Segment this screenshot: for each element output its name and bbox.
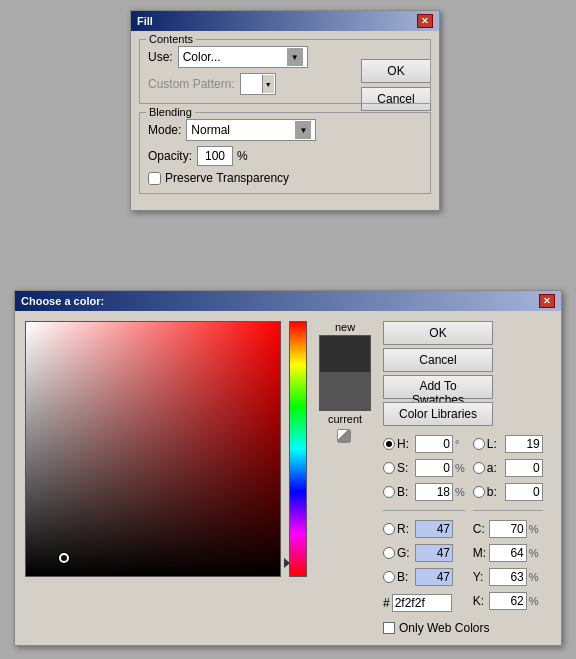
contents-group: Contents Use: Color... ▼ Custom Pattern:… — [139, 39, 431, 104]
k-label: K: — [473, 594, 487, 608]
c-unit: % — [529, 523, 539, 535]
m-input[interactable] — [489, 544, 527, 562]
mode-dropdown-arrow: ▼ — [295, 121, 311, 139]
preserve-transparency-row: Preserve Transparency — [148, 171, 422, 185]
hex-input[interactable] — [392, 594, 452, 612]
spectrum-arrow — [284, 558, 290, 568]
blue-label: B: — [397, 570, 413, 584]
only-web-colors-label: Only Web Colors — [399, 621, 489, 635]
green-row: G: — [383, 543, 465, 563]
l-input[interactable] — [505, 435, 543, 453]
use-dropdown-arrow: ▼ — [287, 48, 303, 66]
sat-input[interactable] — [415, 459, 453, 477]
custom-pattern-row: Custom Pattern: ▼ — [148, 73, 422, 95]
color-ok-button[interactable]: OK — [383, 321, 493, 345]
c-input[interactable] — [489, 520, 527, 538]
new-label: new — [335, 321, 355, 333]
b3-row: b: — [473, 482, 543, 502]
fill-title: Fill — [137, 15, 153, 27]
sat-radio[interactable] — [383, 462, 395, 474]
y-row: Y: % — [473, 567, 543, 587]
color-close-button[interactable]: ✕ — [539, 294, 555, 308]
custom-pattern-swatch[interactable]: ▼ — [240, 73, 276, 95]
mode-value: Normal — [191, 123, 230, 137]
color-dialog-body: new current OK Cancel Add To Swatches Co… — [15, 311, 561, 645]
red-row: R: — [383, 519, 465, 539]
color-libraries-button[interactable]: Color Libraries — [383, 402, 493, 426]
b3-input[interactable] — [505, 483, 543, 501]
hue-unit: ° — [455, 438, 459, 450]
new-color-swatch — [319, 335, 371, 373]
mode-label: Mode: — [148, 123, 181, 137]
contents-label: Contents — [146, 33, 196, 45]
brightness-label: B: — [397, 485, 413, 499]
color-right-panel: OK Cancel Add To Swatches Color Librarie… — [383, 321, 551, 635]
red-input[interactable] — [415, 520, 453, 538]
color-cancel-button[interactable]: Cancel — [383, 348, 493, 372]
preserve-transparency-label: Preserve Transparency — [165, 171, 289, 185]
brightness-unit: % — [455, 486, 465, 498]
current-color-swatch — [319, 373, 371, 411]
use-dropdown[interactable]: Color... ▼ — [178, 46, 308, 68]
brightness-row: B: % — [383, 482, 465, 502]
opacity-unit: % — [237, 149, 248, 163]
brightness-radio[interactable] — [383, 486, 395, 498]
brightness-input[interactable] — [415, 483, 453, 501]
sat-row: S: % — [383, 458, 465, 478]
color-title: Choose a color: — [21, 295, 104, 307]
pattern-swatch-arrow: ▼ — [262, 75, 274, 93]
picker-cursor — [59, 553, 69, 563]
hue-input[interactable] — [415, 435, 453, 453]
opacity-label: Opacity: — [148, 149, 192, 163]
a-input[interactable] — [505, 459, 543, 477]
current-label: current — [328, 413, 362, 425]
b3-radio[interactable] — [473, 486, 485, 498]
mode-row: Mode: Normal ▼ — [148, 119, 422, 141]
color-gradient-picker[interactable] — [25, 321, 281, 577]
y-input[interactable] — [489, 568, 527, 586]
only-web-colors-row: Only Web Colors — [383, 621, 551, 635]
web-colors-icon — [337, 429, 351, 443]
only-web-colors-checkbox[interactable] — [383, 622, 395, 634]
green-label: G: — [397, 546, 413, 560]
spectrum-bar[interactable] — [289, 321, 307, 577]
opacity-input[interactable] — [197, 146, 233, 166]
green-radio[interactable] — [383, 547, 395, 559]
fill-titlebar: Fill ✕ — [131, 11, 439, 31]
a-radio[interactable] — [473, 462, 485, 474]
use-value: Color... — [183, 50, 221, 64]
m-row: M: % — [473, 543, 543, 563]
green-input[interactable] — [415, 544, 453, 562]
l-radio[interactable] — [473, 438, 485, 450]
red-label: R: — [397, 522, 413, 536]
b3-label: b: — [487, 485, 503, 499]
red-radio[interactable] — [383, 523, 395, 535]
l-label: L: — [487, 437, 503, 451]
m-label: M: — [473, 546, 487, 560]
preserve-transparency-checkbox[interactable] — [148, 172, 161, 185]
use-label: Use: — [148, 50, 173, 64]
c-row: C: % — [473, 519, 543, 539]
lab-cmyk-col: L: a: b: — [473, 434, 543, 613]
hue-label: H: — [397, 437, 413, 451]
add-to-swatches-button[interactable]: Add To Swatches — [383, 375, 493, 399]
blue-input[interactable] — [415, 568, 453, 586]
blue-radio[interactable] — [383, 571, 395, 583]
y-unit: % — [529, 571, 539, 583]
color-action-buttons: OK Cancel Add To Swatches Color Librarie… — [383, 321, 551, 426]
k-row: K: % — [473, 591, 543, 611]
custom-pattern-label: Custom Pattern: — [148, 77, 235, 91]
k-unit: % — [529, 595, 539, 607]
y-label: Y: — [473, 570, 487, 584]
blending-group: Blending Mode: Normal ▼ Opacity: % Prese… — [139, 112, 431, 194]
fill-dialog: Fill ✕ OK Cancel Contents Use: Color... … — [130, 10, 440, 211]
blending-label: Blending — [146, 106, 195, 118]
a-row: a: — [473, 458, 543, 478]
hsb-rgb-col: H: ° S: % B: — [383, 434, 465, 613]
color-dialog: Choose a color: ✕ new current — [14, 290, 562, 646]
k-input[interactable] — [489, 592, 527, 610]
use-row: Use: Color... ▼ — [148, 46, 422, 68]
fill-close-button[interactable]: ✕ — [417, 14, 433, 28]
mode-dropdown[interactable]: Normal ▼ — [186, 119, 316, 141]
hue-radio[interactable] — [383, 438, 395, 450]
